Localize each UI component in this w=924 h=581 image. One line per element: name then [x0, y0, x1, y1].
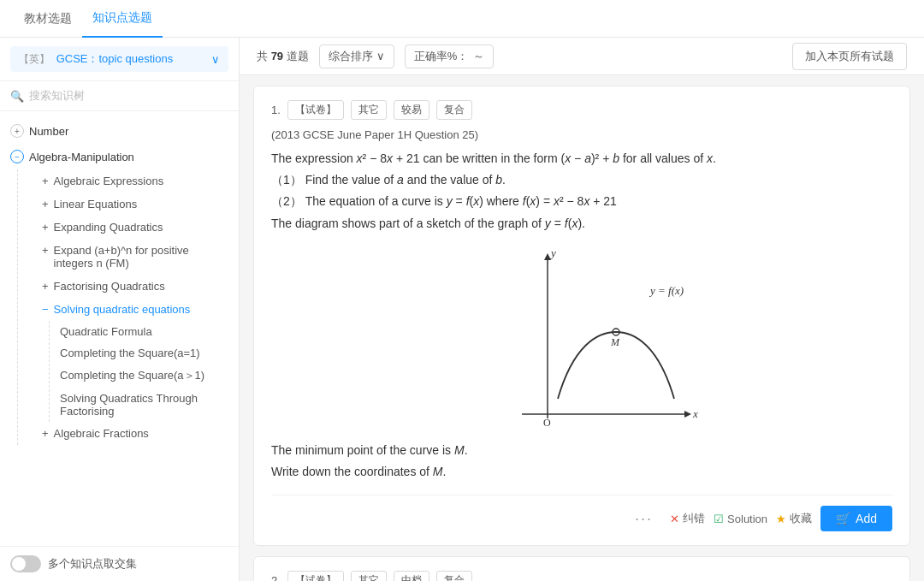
- x-arrow: [684, 411, 691, 418]
- question-num-2: 2.: [271, 574, 281, 581]
- accuracy-label: 正确率%：: [414, 49, 469, 64]
- subtree-completing-sq-1[interactable]: Completing the Square(a=1): [60, 342, 239, 364]
- subtree-solving-quadratic[interactable]: − Solving quadratic equations: [42, 298, 239, 321]
- footer-label: 多个知识点取交集: [48, 556, 137, 572]
- tag-complex-1[interactable]: 复合: [436, 100, 472, 120]
- sort-filter-button[interactable]: 综合排序 ∨: [319, 44, 394, 68]
- total-label: 共: [257, 50, 268, 62]
- tag-exam-2[interactable]: 【试卷】: [287, 571, 344, 581]
- y-axis-label: y: [549, 246, 556, 259]
- collect-label: 收藏: [790, 511, 812, 526]
- cart-icon: 🛒: [836, 512, 850, 525]
- expand-icon-solve-quad: −: [42, 303, 49, 316]
- report-icon: ✕: [670, 513, 679, 525]
- tree-area: + Number − Algebra-Manipulation + Algebr…: [0, 111, 239, 546]
- graph-container: y x O M y = f(x): [271, 243, 892, 431]
- total-number: 79: [271, 50, 283, 62]
- solution-label: Solution: [727, 513, 767, 525]
- question-num-1: 1.: [271, 104, 281, 116]
- question-card-2: 2. 【试卷】 其它 中档 复合: [253, 556, 910, 581]
- factor-quad-label: Factorising Quadratics: [54, 280, 165, 293]
- add-question-button[interactable]: 🛒 Add: [820, 506, 892, 531]
- total-unit: 道题: [287, 50, 309, 62]
- total-count: 共 79 道题: [257, 49, 309, 64]
- y-arrow: [544, 253, 551, 260]
- add-all-button[interactable]: 加入本页所有试题: [792, 43, 907, 70]
- m-label: M: [610, 336, 620, 348]
- question-text-1b: The minimum point of the curve is M. Wri…: [271, 440, 892, 483]
- lang-tag: 【英】: [19, 53, 50, 65]
- parabola-graph: y x O M y = f(x): [462, 243, 702, 431]
- tag-easy-1[interactable]: 较易: [394, 100, 429, 120]
- sidebar: 【英】 GCSE：topic questions ∨ 🔍 搜索知识树 + Num…: [0, 38, 240, 581]
- expand-icon-alg-frac: +: [42, 427, 49, 440]
- question-card-1: 1. 【试卷】 其它 较易 复合 (2013 GCSE June Paper 1…: [253, 86, 910, 546]
- question-header-2: 2. 【试卷】 其它 中档 复合: [271, 571, 892, 581]
- solve-quad-label: Solving quadratic equations: [54, 303, 191, 316]
- accuracy-placeholder: ～: [473, 49, 484, 64]
- solving-quadratic-subtree: Quadratic Formula Completing the Square(…: [49, 321, 239, 422]
- expand-bin-label: Expand (a+b)^n for positive integers n (…: [54, 244, 228, 270]
- star-icon: ★: [776, 513, 786, 525]
- search-icon: 🔍: [10, 90, 24, 103]
- expand-icon-number: +: [10, 124, 24, 138]
- linear-eq-label: Linear Equations: [54, 198, 138, 210]
- subtree-solving-factorising[interactable]: Solving Quadratics Through Factorising: [60, 388, 239, 422]
- expand-icon-alg-expr: +: [42, 175, 49, 187]
- nav-knowledge[interactable]: 知识点选题: [82, 0, 163, 38]
- subtree-quadratic-formula[interactable]: Quadratic Formula: [60, 321, 239, 342]
- sidebar-footer: 多个知识点取交集: [0, 546, 239, 581]
- question-source-1: (2013 GCSE June Paper 1H Question 25): [271, 128, 892, 141]
- subtree-expand-binomial[interactable]: + Expand (a+b)^n for positive integers n…: [42, 239, 239, 275]
- curve-label: y = f(x): [649, 284, 684, 297]
- subtree-expanding-quadratics[interactable]: + Expanding Quadratics: [42, 216, 239, 239]
- chevron-down-icon: ∨: [211, 53, 220, 66]
- subtree-linear-equations[interactable]: + Linear Equations: [42, 193, 239, 216]
- tree-node-number-label[interactable]: + Number: [0, 118, 239, 144]
- expand-icon-factor: +: [42, 280, 49, 293]
- question-header-1: 1. 【试卷】 其它 较易 复合: [271, 100, 892, 120]
- add-label: Add: [856, 512, 877, 525]
- tag-medium-2[interactable]: 中档: [394, 571, 429, 581]
- search-box[interactable]: 🔍 搜索知识树: [0, 81, 239, 111]
- collect-button[interactable]: ★ 收藏: [776, 511, 812, 526]
- question-footer-1: ··· ✕ 纠错 ☑ Solution ★ 收藏 🛒: [271, 495, 892, 531]
- toggle-knob: [12, 557, 26, 571]
- expand-icon-bin: +: [42, 244, 49, 257]
- source-button[interactable]: 【英】 GCSE：topic questions ∨: [10, 46, 228, 72]
- tag-complex-2[interactable]: 复合: [436, 571, 472, 581]
- sort-label: 综合排序: [329, 49, 373, 64]
- nav-textbook[interactable]: 教材选题: [14, 0, 82, 38]
- q1-line5: The minimum point of the curve is M.: [271, 440, 892, 461]
- tag-other-2[interactable]: 其它: [351, 571, 387, 581]
- subtree-algebraic-fractions[interactable]: + Algebraic Fractions: [42, 422, 239, 445]
- search-placeholder: 搜索知识树: [29, 88, 85, 104]
- alg-expr-label: Algebraic Expressions: [54, 175, 164, 187]
- expand-quad-label: Expanding Quadratics: [54, 221, 163, 234]
- subtree-algebraic-expressions[interactable]: + Algebraic Expressions: [42, 169, 239, 193]
- origin-label: O: [543, 417, 551, 429]
- content-header-left: 共 79 道题 综合排序 ∨ 正确率%： ～: [257, 44, 494, 68]
- tag-exam-1[interactable]: 【试卷】: [287, 100, 344, 120]
- accuracy-filter[interactable]: 正确率%： ～: [405, 44, 495, 68]
- more-options-button[interactable]: ···: [635, 510, 653, 528]
- subtree-completing-sq-gt1[interactable]: Completing the Square(a＞1): [60, 364, 239, 388]
- tree-node-number: + Number: [0, 118, 239, 144]
- tree-node-algebra: − Algebra-Manipulation + Algebraic Expre…: [0, 144, 239, 445]
- multi-knowledge-toggle[interactable]: [10, 555, 41, 572]
- tag-other-1[interactable]: 其它: [351, 100, 387, 120]
- source-button-text: 【英】 GCSE：topic questions: [19, 51, 173, 67]
- tree-node-algebra-label[interactable]: − Algebra-Manipulation: [0, 144, 239, 169]
- report-error-button[interactable]: ✕ 纠错: [670, 511, 705, 526]
- content-area: 共 79 道题 综合排序 ∨ 正确率%： ～ 加入本页所有试题 1.: [240, 38, 924, 581]
- tree-node-algebra-text: Algebra-Manipulation: [29, 151, 134, 163]
- q1-line3: （2） The equation of a curve is y = f(x) …: [271, 191, 892, 212]
- expand-icon-expand-quad: +: [42, 221, 49, 234]
- tree-node-number-text: Number: [29, 125, 68, 138]
- solution-button[interactable]: ☑ Solution: [714, 513, 767, 525]
- search-input-display[interactable]: 🔍 搜索知识树: [10, 88, 228, 104]
- report-label: 纠错: [683, 511, 705, 526]
- source-name: GCSE：topic questions: [56, 52, 174, 65]
- subtree-factorising-quadratics[interactable]: + Factorising Quadratics: [42, 275, 239, 298]
- q1-line1: The expression x² − 8x + 21 can be writt…: [271, 148, 892, 169]
